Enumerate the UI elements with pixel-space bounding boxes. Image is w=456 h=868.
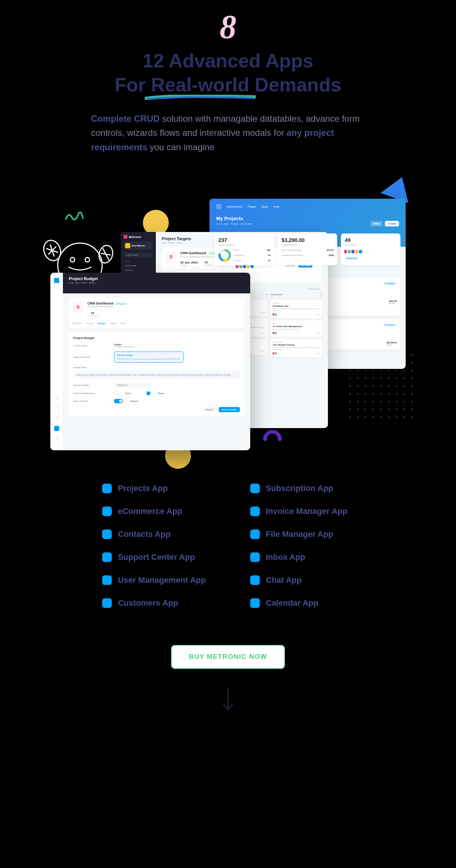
feature-item[interactable]: Support Center App	[102, 552, 206, 562]
save-button: Save Changes	[219, 407, 240, 412]
search-placeholder: Quick Search	[127, 254, 138, 256]
card-title: Branding Logo	[273, 305, 320, 307]
row-label: Usage Character	[73, 356, 107, 358]
chip-title: Precise Usage	[117, 354, 180, 356]
card-desc: First, a disclaimer – the entire process…	[273, 308, 320, 312]
stat-row-label: On Hold	[233, 259, 241, 262]
stat-value: 237	[218, 237, 271, 243]
panel-title: Project Budget	[73, 336, 240, 340]
hero-title: CRM Dashboard	[180, 251, 206, 255]
card-tag: Phase 2.6 QA	[273, 341, 320, 343]
scroll-down-arrow-icon	[221, 687, 235, 713]
rail-icon-active	[54, 426, 59, 431]
project-logo-icon: 9	[73, 302, 84, 313]
nav-item: Pages	[248, 205, 256, 208]
stat-row-value: $408	[329, 254, 333, 256]
brush-underline-icon	[145, 95, 256, 100]
card-budget-lbl: Budget	[389, 302, 397, 305]
feature-label: User Management App	[118, 575, 206, 585]
row-label: Current Status	[73, 344, 107, 347]
stat-label: Our Clients	[345, 244, 397, 246]
feature-item[interactable]: eCommerce App	[102, 507, 206, 516]
hero-subtitle: #1 Tool to get started with Web…	[87, 305, 128, 307]
title-line-2-prefix: For	[115, 74, 151, 95]
page-title: 12 Advanced Apps For Real-world Demands	[115, 49, 342, 97]
feature-item[interactable]: Customers App	[102, 598, 206, 608]
discard-button: Discard	[202, 407, 217, 412]
phone-label: Phone	[158, 392, 164, 394]
feature-item[interactable]: Invoice Manager App	[250, 507, 354, 516]
row-label: Overuse Notifications	[73, 392, 107, 394]
stat-card: $3,290.00 Project Finance Avg. Project B…	[278, 233, 338, 265]
feature-label: Calendar App	[266, 598, 318, 608]
user-name: Paul Melone	[132, 245, 145, 247]
search-input: ⌕ Quick Search	[124, 253, 153, 257]
feature-item[interactable]: Inbox App	[250, 552, 354, 562]
title-line-2-suffix: Demands	[249, 74, 342, 95]
feature-label: Contacts App	[118, 529, 170, 539]
screenshots-composite: Dashboards Pages Apps Help My Projects H…	[50, 188, 406, 454]
stat-value: $3,290.00	[282, 237, 334, 243]
app-icon	[102, 484, 112, 493]
filter-button: Filter	[370, 221, 383, 226]
view-filter: Recently Upda…	[308, 288, 322, 290]
app-nav: Dashboards Pages Apps Help	[216, 204, 399, 209]
card-desc: First, a disclaimer – the entire process…	[273, 347, 320, 350]
status-badge: In Progress	[383, 282, 397, 285]
app-icon	[250, 507, 260, 516]
app-icon	[250, 552, 260, 562]
stat-card: 237 Current Projects Active200 Completed…	[215, 233, 274, 265]
svg-point-4	[85, 258, 90, 262]
stat-row-label: Active	[233, 249, 239, 251]
card-title: To check User Management	[273, 325, 320, 327]
rail-icon	[54, 405, 59, 410]
feature-item[interactable]: Chat App	[250, 575, 354, 585]
create-button: Create	[385, 221, 399, 226]
feature-item[interactable]: File Manager App	[250, 529, 354, 539]
app-icon	[102, 529, 112, 539]
feature-item[interactable]: Subscription App	[250, 484, 354, 493]
step-number: 8	[220, 10, 237, 44]
rail-icon	[54, 436, 59, 441]
subtitle-highlight-1: Complete CRUD	[91, 114, 160, 124]
stat-label: Project Finance	[282, 244, 334, 246]
card-title: User Module Testing	[273, 344, 320, 346]
squiggle-decoration-icon	[65, 208, 84, 223]
row-label: Manage Budget	[73, 384, 107, 386]
hero-title: CRM Dashboard	[87, 302, 113, 305]
chip-desc: Withdraw money to your bank account per …	[117, 358, 180, 360]
user-avatar-icon	[125, 243, 130, 248]
feature-item[interactable]: User Management App	[102, 575, 206, 585]
phone-checkbox	[147, 391, 150, 395]
stat-row-value: 200	[267, 249, 271, 251]
stat-row-value: 12	[268, 259, 271, 262]
breadcrumb: Home · Apps · Projects · Budget	[69, 282, 244, 284]
usage-chip: Precise Usage Withdraw money to your ban…	[114, 351, 184, 363]
feature-label: Invoice Manager App	[266, 507, 347, 516]
brand-logo-icon	[124, 235, 127, 239]
stat-row-label: Completed	[233, 254, 244, 256]
tab: Overview	[73, 322, 82, 324]
kanban-card: UI Design Branding Logo First, a disclai…	[271, 300, 322, 318]
status-badge: In Progress	[383, 323, 397, 327]
rail-icon	[54, 395, 59, 400]
donut-chart-icon	[218, 249, 231, 262]
feature-label: Support Center App	[118, 552, 195, 562]
app-icon	[102, 507, 112, 516]
column-header: Completed 2	[271, 293, 322, 298]
features-list: Projects App Subscription App eCommerce …	[95, 484, 361, 608]
feature-item[interactable]: Projects App	[102, 484, 206, 493]
stat-card: 49 Our Clients Invite New	[341, 233, 400, 265]
kanban-card: Phase 2.6 QA User Module Testing First, …	[271, 339, 322, 357]
row-label: Budget Notes	[73, 366, 107, 369]
feature-item[interactable]: Calendar App	[250, 598, 354, 608]
stat-value: 49	[345, 237, 397, 243]
app-icon	[102, 598, 112, 608]
feature-item[interactable]: Contacts App	[102, 529, 206, 539]
buy-now-button[interactable]: BUY METRONIC NOW	[171, 645, 285, 669]
feature-label: Inbox App	[266, 552, 305, 562]
app-logo-icon	[54, 278, 59, 283]
tab: Targets	[86, 322, 94, 324]
tab-active: Budget	[98, 322, 106, 324]
title-line-1: 12 Advanced Apps	[142, 50, 313, 71]
